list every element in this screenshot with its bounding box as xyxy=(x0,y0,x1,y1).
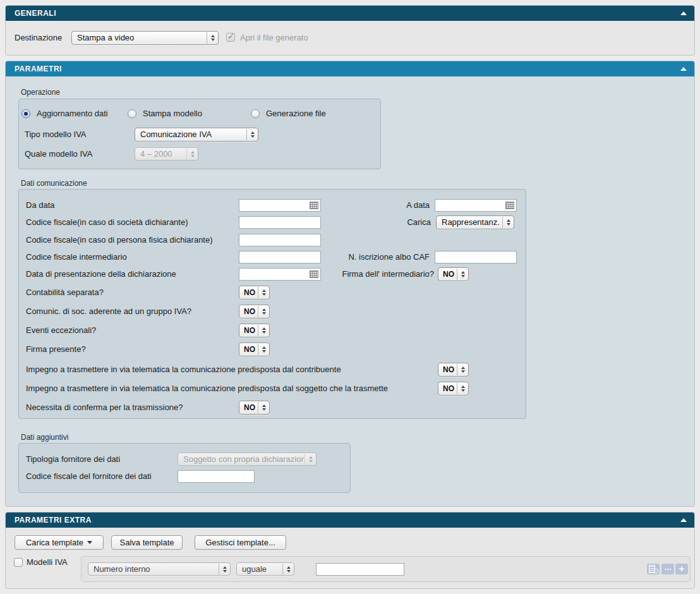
stepper-arrows-icon xyxy=(502,217,514,228)
a-data-label: A data xyxy=(347,198,430,212)
add-filter-icon[interactable]: + xyxy=(675,564,688,574)
collapse-icon[interactable] xyxy=(680,67,687,71)
cf-fornitore-label: Codice fiscale del fornitore dei dati xyxy=(26,470,152,483)
filter-field-dropdown[interactable]: Numero interno xyxy=(88,562,231,576)
contabilita-separata-label: Contabilità separata? xyxy=(26,286,104,300)
gruppo-iva-value: NO xyxy=(244,305,257,318)
contabilita-separata-dropdown[interactable]: NO xyxy=(239,286,270,300)
collapse-icon[interactable] xyxy=(680,11,687,15)
radio-stampa-modello[interactable] xyxy=(128,109,136,118)
a-data-input[interactable] xyxy=(435,199,517,212)
stepper-arrows-icon xyxy=(258,325,269,336)
collapse-icon[interactable] xyxy=(680,518,687,522)
stepper-arrows-icon xyxy=(258,306,269,317)
stepper-arrows-icon xyxy=(258,287,269,298)
modelli-iva-label: Modelli IVA xyxy=(27,555,68,569)
destinazione-dropdown[interactable]: Stampa a video xyxy=(71,31,219,45)
apri-file-label: Apri il file generato xyxy=(240,31,308,45)
dropdown-caret-icon xyxy=(87,541,92,544)
firma-presente-label: Firma presente? xyxy=(26,342,86,356)
salva-template-button[interactable]: Salva template xyxy=(111,535,183,550)
tipologia-fornitore-dropdown: Soggetto con propria dichiarazion xyxy=(178,452,317,466)
panel-generali-header[interactable]: GENERALI xyxy=(6,6,694,21)
necessita-conferma-dropdown[interactable]: NO xyxy=(239,401,270,415)
stepper-arrows-icon xyxy=(258,402,269,413)
gestisci-template-label: Gestisci template... xyxy=(205,538,275,547)
filter-field-value: Numero interno xyxy=(94,563,218,575)
eventi-eccezionali-dropdown[interactable]: NO xyxy=(239,324,270,337)
tipologia-fornitore-label: Tipologia fornitore dei dati xyxy=(26,452,120,466)
panel-parametri-header[interactable]: PARAMETRI xyxy=(6,61,694,76)
impegno-contribuente-label: Impegno a trasmettere in via telematica … xyxy=(26,363,341,377)
apri-file-checkbox[interactable] xyxy=(226,33,235,42)
panel-parametri: PARAMETRI Operazione Aggiornamento dati … xyxy=(5,61,695,507)
impegno-contribuente-dropdown[interactable]: NO xyxy=(438,363,469,377)
carica-value: Rappresentanz. xyxy=(442,216,502,229)
operazione-legend: Operazione xyxy=(21,88,60,97)
stepper-arrows-icon xyxy=(258,344,269,355)
cf-societa-label: Codice fiscale(in caso di società dichia… xyxy=(26,215,188,229)
eventi-eccezionali-value: NO xyxy=(244,324,257,337)
n-iscrizione-caf-input[interactable] xyxy=(435,251,517,264)
cf-fornitore-input[interactable] xyxy=(178,470,255,483)
filter-operator-dropdown[interactable]: uguale xyxy=(236,562,294,576)
radio-aggiornamento-dati[interactable] xyxy=(21,109,30,118)
stepper-arrows-icon xyxy=(186,148,198,159)
data-presentazione-label: Data di presentazione della dichiarazion… xyxy=(26,267,176,281)
tipologia-fornitore-value: Soggetto con propria dichiarazion xyxy=(183,453,304,465)
filter-value-input[interactable] xyxy=(316,563,404,576)
carica-label: Carica xyxy=(347,215,431,229)
contabilita-separata-value: NO xyxy=(244,286,257,299)
stepper-arrows-icon xyxy=(457,383,468,394)
impegno-soggetto-value: NO xyxy=(443,382,456,395)
firma-intermediario-label: Firma dell' intermediario? xyxy=(303,267,434,281)
n-iscrizione-caf-label: N. iscrizione albo CAF xyxy=(309,250,430,264)
stepper-arrows-icon xyxy=(457,364,468,375)
lookup-icon[interactable] xyxy=(647,564,660,574)
tipo-modello-label: Tipo modello IVA xyxy=(25,128,87,142)
ellipsis-glyph: … xyxy=(664,563,672,572)
modelli-iva-checkbox[interactable] xyxy=(14,558,23,567)
ellipsis-icon[interactable]: … xyxy=(661,564,674,574)
dati-aggiuntivi-legend: Dati aggiuntivi xyxy=(21,433,68,442)
cf-persona-input[interactable] xyxy=(239,234,321,246)
firma-intermediario-dropdown[interactable]: NO xyxy=(438,267,469,281)
dati-aggiuntivi-groupbox xyxy=(18,443,351,493)
necessita-conferma-label: Necessita di conferma per la trasmission… xyxy=(26,401,183,415)
panel-generali: GENERALI Destinazione Stampa a video Apr… xyxy=(5,5,695,56)
carica-template-label: Carica template xyxy=(26,538,83,547)
impegno-soggetto-label: Impegno a trasmettere in via telematica … xyxy=(26,382,388,396)
calendar-icon[interactable] xyxy=(505,202,514,209)
destinazione-label: Destinazione xyxy=(15,31,62,45)
cf-persona-label: Codice fiscale(in caso di persona fisica… xyxy=(26,233,213,247)
filter-operator-value: uguale xyxy=(242,563,282,575)
radio-generazione-file-label: Generazione file xyxy=(266,107,326,121)
calendar-icon[interactable] xyxy=(310,202,318,209)
salva-template-label: Salva template xyxy=(120,538,174,547)
cf-societa-input[interactable] xyxy=(239,216,321,229)
radio-generazione-file[interactable] xyxy=(251,109,260,118)
panel-generali-title: GENERALI xyxy=(6,6,694,21)
stepper-arrows-icon xyxy=(207,32,218,44)
firma-presente-dropdown[interactable]: NO xyxy=(239,342,270,356)
panel-parametri-extra-header[interactable]: PARAMETRI EXTRA xyxy=(6,512,694,528)
radio-stampa-modello-label: Stampa modello xyxy=(143,107,202,121)
tipo-modello-dropdown[interactable]: Comunicazione IVA xyxy=(135,128,258,142)
da-data-input[interactable] xyxy=(239,199,321,212)
firma-intermediario-value: NO xyxy=(443,268,456,281)
firma-presente-value: NO xyxy=(244,343,257,356)
carica-dropdown[interactable]: Rappresentanz. xyxy=(436,215,514,229)
eventi-eccezionali-label: Eventi eccezionali? xyxy=(26,324,96,337)
plus-glyph: + xyxy=(679,563,685,574)
radio-aggiornamento-dati-label: Aggiornamento dati xyxy=(37,107,108,121)
quale-modello-label: Quale modello IVA xyxy=(25,147,92,161)
gruppo-iva-dropdown[interactable]: NO xyxy=(239,305,270,318)
da-data-label: Da data xyxy=(26,198,55,212)
carica-template-button[interactable]: Carica template xyxy=(15,535,104,550)
gestisci-template-button[interactable]: Gestisci template... xyxy=(195,535,286,550)
impegno-soggetto-dropdown[interactable]: NO xyxy=(438,382,469,396)
stepper-arrows-icon xyxy=(246,129,258,140)
panel-parametri-extra-title: PARAMETRI EXTRA xyxy=(6,512,694,528)
stepper-arrows-icon xyxy=(305,454,316,464)
destinazione-value: Stampa a video xyxy=(77,32,206,44)
